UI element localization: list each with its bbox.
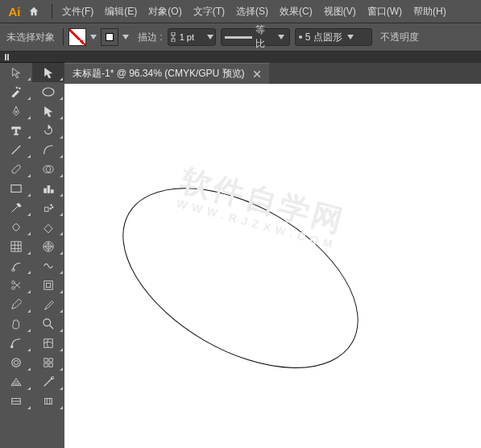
menu-select[interactable]: 选择(S) bbox=[231, 3, 273, 20]
artboard-canvas[interactable]: 软件自学网 WWW.RJZXW.COM bbox=[64, 84, 481, 448]
svg-line-7 bbox=[12, 146, 21, 155]
stroke-weight-value: 1 pt bbox=[178, 32, 205, 42]
menu-file[interactable]: 文件(F) bbox=[57, 3, 98, 20]
print-tiling-tool[interactable] bbox=[0, 392, 32, 411]
menu-separator bbox=[52, 4, 52, 19]
svg-rect-10 bbox=[11, 185, 21, 193]
pen-tool[interactable] bbox=[0, 102, 32, 121]
line-tool[interactable] bbox=[0, 140, 32, 160]
tool-panel bbox=[0, 52, 64, 448]
magic-wand-tool[interactable] bbox=[0, 82, 32, 102]
knife-tool[interactable] bbox=[32, 276, 64, 295]
svg-rect-0 bbox=[172, 32, 175, 35]
svg-rect-46 bbox=[45, 399, 52, 404]
svg-point-3 bbox=[19, 88, 21, 89]
mesh-tool[interactable] bbox=[32, 334, 64, 353]
svg-line-35 bbox=[50, 326, 53, 329]
doc-gap-bar bbox=[64, 52, 481, 63]
rotate-tool[interactable] bbox=[32, 121, 64, 140]
menu-edit[interactable]: 编辑(E) bbox=[100, 3, 142, 20]
ellipse-tool[interactable] bbox=[32, 82, 64, 102]
slice-tool[interactable] bbox=[32, 353, 64, 372]
link-icon[interactable] bbox=[168, 32, 178, 42]
svg-rect-1 bbox=[172, 39, 175, 42]
paintbrush-tool[interactable] bbox=[0, 160, 32, 179]
menu-help[interactable]: 帮助(H) bbox=[408, 3, 451, 20]
home-icon[interactable] bbox=[26, 3, 42, 19]
polar-grid-tool[interactable] bbox=[32, 237, 64, 256]
pencil-tool[interactable] bbox=[0, 295, 32, 314]
selection-status-label: 未选择对象 bbox=[6, 31, 55, 44]
symbol-sprayer-tool[interactable] bbox=[32, 198, 64, 218]
fill-dropdown-icon[interactable] bbox=[89, 28, 97, 46]
svg-line-42 bbox=[44, 378, 53, 387]
scissors-tool[interactable] bbox=[0, 276, 32, 295]
warp-tool[interactable] bbox=[0, 218, 32, 237]
svg-point-5 bbox=[43, 88, 54, 96]
wrinkle-tool[interactable] bbox=[32, 256, 64, 276]
ellipse-shape[interactable] bbox=[93, 151, 388, 405]
tool-panel-header[interactable] bbox=[0, 52, 64, 63]
stroke-profile-preview-icon bbox=[225, 36, 252, 39]
svg-point-39 bbox=[14, 360, 18, 364]
panel-collapse-icon[interactable] bbox=[5, 54, 15, 60]
svg-point-6 bbox=[15, 111, 17, 113]
brush-dot-icon bbox=[299, 35, 302, 39]
svg-point-15 bbox=[51, 205, 52, 206]
brush-value: 5 点圆形 bbox=[305, 31, 342, 44]
perspective-grid-tool[interactable] bbox=[0, 372, 32, 392]
stroke-profile-dropdown-icon bbox=[276, 35, 285, 39]
fill-swatch[interactable] bbox=[68, 28, 86, 46]
zoom-tool[interactable] bbox=[32, 314, 64, 334]
document-tab-bar: 未标题-1* @ 96.34% (CMYK/GPU 预览) bbox=[64, 63, 481, 84]
document-tab[interactable]: 未标题-1* @ 96.34% (CMYK/GPU 预览) bbox=[64, 63, 269, 84]
graph-tool[interactable] bbox=[32, 179, 64, 198]
rectangle-tool[interactable] bbox=[0, 179, 32, 198]
brush-select[interactable]: 5 点圆形 bbox=[295, 28, 372, 46]
stroke-profile-select[interactable]: 等比 bbox=[221, 28, 290, 46]
svg-point-34 bbox=[44, 319, 51, 326]
fill-stroke-swatches bbox=[68, 28, 130, 46]
stroke-dropdown-icon[interactable] bbox=[122, 28, 130, 46]
svg-rect-32 bbox=[44, 281, 53, 290]
control-separator bbox=[63, 28, 64, 46]
blend-tool[interactable] bbox=[0, 256, 32, 276]
stroke-weight-field[interactable]: 1 pt bbox=[168, 28, 216, 46]
close-icon[interactable] bbox=[253, 70, 261, 78]
menu-object[interactable]: 对象(O) bbox=[143, 3, 186, 20]
gradient-tool[interactable] bbox=[0, 334, 32, 353]
svg-line-30 bbox=[15, 283, 20, 288]
shape-builder-tool[interactable] bbox=[32, 160, 64, 179]
svg-rect-33 bbox=[46, 283, 50, 287]
menu-view[interactable]: 视图(V) bbox=[319, 3, 361, 20]
type-tool[interactable] bbox=[0, 121, 32, 140]
svg-rect-13 bbox=[52, 190, 54, 193]
svg-point-4 bbox=[16, 87, 18, 89]
arc-tool[interactable] bbox=[32, 140, 64, 160]
menu-effect[interactable]: 效果(C) bbox=[275, 3, 317, 20]
menu-text[interactable]: 文字(T) bbox=[189, 3, 230, 20]
measure-tool[interactable] bbox=[32, 372, 64, 392]
free-transform-tool[interactable] bbox=[32, 218, 64, 237]
svg-rect-11 bbox=[44, 189, 47, 193]
control-bar: 未选择对象 描边 : 1 pt 等比 5 点圆形 不透明度 bbox=[0, 23, 481, 52]
anchor-point-tool[interactable] bbox=[32, 102, 64, 121]
artboard-tool[interactable] bbox=[0, 353, 32, 372]
color-guide-tool[interactable] bbox=[32, 392, 64, 411]
brush-dropdown-icon bbox=[346, 35, 355, 39]
eyedropper-tool[interactable] bbox=[0, 198, 32, 218]
svg-rect-18 bbox=[11, 242, 21, 251]
rectangular-grid-tool[interactable] bbox=[0, 237, 32, 256]
document-tab-title: 未标题-1* @ 96.34% (CMYK/GPU 预览) bbox=[73, 67, 245, 81]
app-logo-icon: Ai bbox=[5, 3, 24, 19]
svg-point-36 bbox=[10, 346, 13, 348]
svg-rect-14 bbox=[45, 207, 48, 211]
stroke-swatch[interactable] bbox=[101, 28, 118, 46]
stroke-weight-dropdown-icon[interactable] bbox=[205, 35, 215, 39]
drawing-svg bbox=[64, 84, 481, 448]
direct-selection-tool[interactable] bbox=[32, 63, 64, 82]
menu-window[interactable]: 窗口(W) bbox=[363, 3, 407, 20]
smooth-tool[interactable] bbox=[32, 295, 64, 314]
selection-tool[interactable] bbox=[0, 63, 32, 82]
hand-tool[interactable] bbox=[0, 314, 32, 334]
